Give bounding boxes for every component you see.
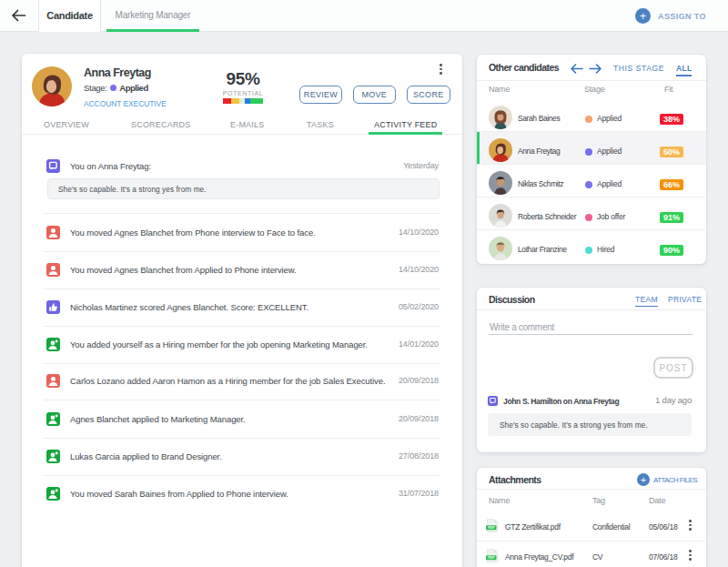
svg-text:PDF: PDF bbox=[488, 556, 495, 560]
svg-text:PDF: PDF bbox=[488, 526, 495, 530]
